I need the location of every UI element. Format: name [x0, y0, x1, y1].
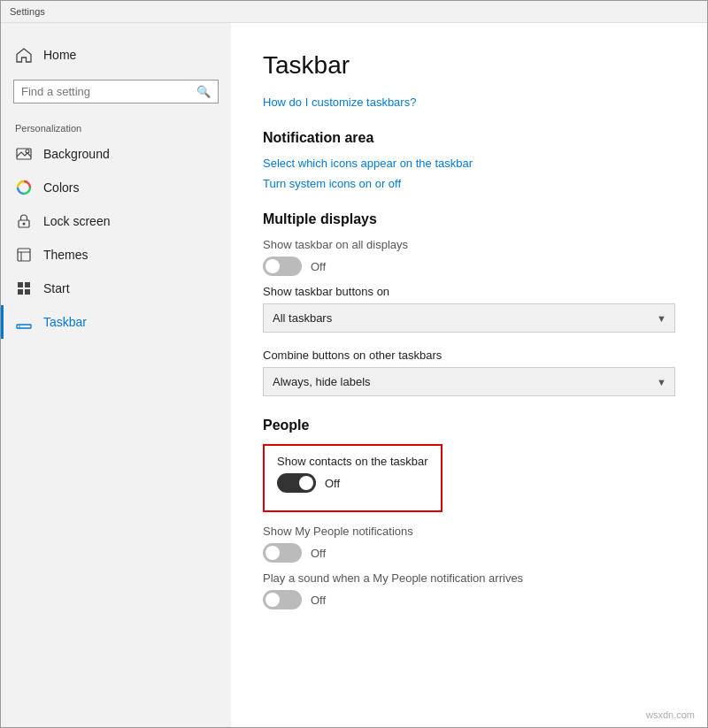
combine-wrapper: Always, hide labels ▼ — [263, 367, 675, 396]
themes-icon — [15, 246, 33, 264]
background-icon — [15, 145, 33, 163]
sidebar-item-colors[interactable]: Colors — [1, 171, 231, 204]
buttons-on-dropdown-row: All taskbars ▼ — [263, 303, 675, 333]
watermark: wsxdn.com — [646, 709, 695, 720]
contacts-highlight-box: Show contacts on the taskbar Off — [263, 444, 442, 512]
search-input[interactable] — [21, 85, 189, 98]
combine-label: Combine buttons on other taskbars — [263, 349, 675, 362]
main-content: Taskbar How do I customize taskbars? Not… — [231, 23, 707, 727]
sound-toggle-label: Off — [311, 594, 326, 607]
combine-dropdown-row: Always, hide labels ▼ — [263, 367, 675, 396]
svg-rect-8 — [18, 289, 23, 295]
title-bar: Settings — [1, 1, 707, 23]
svg-point-4 — [23, 223, 26, 226]
people-section: People Show contacts on the taskbar Off … — [263, 418, 675, 609]
show-all-label: Show taskbar on all displays — [263, 238, 675, 251]
sidebar-item-themes[interactable]: Themes — [1, 238, 231, 272]
home-icon — [15, 46, 33, 64]
title-bar-label: Settings — [10, 6, 45, 17]
sidebar-item-home[interactable]: Home — [1, 37, 231, 73]
sidebar-item-label-background: Background — [43, 147, 110, 161]
colors-icon — [15, 179, 33, 196]
sidebar-item-background[interactable]: Background — [1, 137, 231, 171]
sound-toggle-row: Off — [263, 590, 675, 609]
show-all-toggle-label: Off — [311, 260, 326, 273]
sidebar-item-label-taskbar: Taskbar — [43, 315, 87, 329]
page-title: Taskbar — [263, 51, 675, 80]
multiple-displays-heading: Multiple displays — [263, 211, 675, 227]
svg-rect-7 — [25, 282, 30, 287]
notification-area-heading: Notification area — [263, 130, 675, 146]
select-icons-link[interactable]: Select which icons appear on the taskbar — [263, 157, 675, 170]
customize-taskbars-link[interactable]: How do I customize taskbars? — [263, 96, 675, 109]
svg-rect-5 — [18, 249, 30, 261]
turn-system-icons-link[interactable]: Turn system icons on or off — [263, 177, 675, 190]
sidebar-section-label: Personalization — [1, 118, 231, 137]
sidebar-item-taskbar[interactable]: Taskbar — [1, 305, 231, 339]
search-icon[interactable]: 🔍 — [196, 85, 211, 98]
sidebar-item-label-colors: Colors — [43, 180, 79, 195]
sound-toggle[interactable] — [263, 590, 302, 609]
home-label: Home — [43, 48, 76, 62]
lockscreen-icon — [15, 212, 33, 230]
contacts-label: Show contacts on the taskbar — [277, 455, 428, 468]
sidebar-item-lockscreen[interactable]: Lock screen — [1, 204, 231, 238]
contacts-toggle[interactable] — [277, 473, 316, 493]
content-area: Home 🔍 Personalization Background Colo — [1, 23, 707, 727]
my-people-toggle-label: Off — [311, 547, 326, 560]
contacts-toggle-label: Off — [325, 477, 340, 490]
svg-rect-6 — [18, 282, 23, 287]
settings-window: Settings Home 🔍 Personalization — [0, 0, 708, 728]
sidebar-item-label-themes: Themes — [43, 248, 88, 262]
sidebar-item-label-start: Start — [43, 281, 70, 295]
buttons-on-dropdown[interactable]: All taskbars — [263, 303, 675, 333]
contacts-toggle-row: Off — [277, 473, 428, 493]
my-people-toggle[interactable] — [263, 543, 302, 563]
sidebar-item-start[interactable]: Start — [1, 272, 231, 305]
sidebar: Home 🔍 Personalization Background Colo — [1, 23, 231, 727]
show-all-toggle-row: Off — [263, 257, 675, 276]
search-box[interactable]: 🔍 — [13, 80, 219, 103]
combine-dropdown[interactable]: Always, hide labels — [263, 367, 675, 396]
buttons-on-label: Show taskbar buttons on — [263, 285, 675, 298]
svg-rect-9 — [25, 289, 30, 295]
sound-label: Play a sound when a My People notificati… — [263, 571, 675, 585]
buttons-on-wrapper: All taskbars ▼ — [263, 303, 675, 333]
svg-rect-11 — [19, 326, 20, 327]
people-heading: People — [263, 418, 675, 433]
start-icon — [15, 280, 33, 297]
sidebar-item-label-lockscreen: Lock screen — [43, 214, 110, 228]
taskbar-icon — [15, 313, 33, 331]
my-people-toggle-row: Off — [263, 543, 675, 563]
show-all-toggle[interactable] — [263, 257, 302, 276]
my-people-label: Show My People notifications — [263, 525, 675, 538]
